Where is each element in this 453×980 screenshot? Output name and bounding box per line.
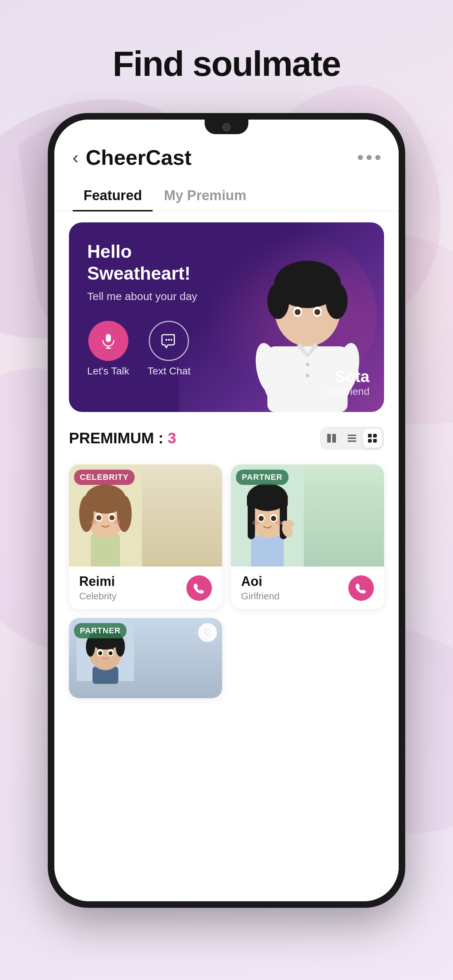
mic-button[interactable] <box>88 321 128 361</box>
talk-label: Let's Talk <box>87 365 129 377</box>
list-view-button[interactable] <box>343 429 362 448</box>
card-reimi-name: Reimi <box>79 574 117 589</box>
chat-label: Text Chat <box>147 365 190 377</box>
card-reimi-role: Celebrity <box>79 590 117 602</box>
featured-subtext: Tell me about your day <box>87 290 366 302</box>
scroll-content: HelloSweatheart! Tell me about your day <box>54 212 399 901</box>
partner-badge-aoi: PARTNER <box>236 469 289 485</box>
card-reimi-info: Reimi Celebrity <box>69 566 222 609</box>
card-partner-image: PARTNER ♡ <box>69 618 222 698</box>
more-menu-button[interactable] <box>358 155 380 160</box>
svg-point-45 <box>96 515 101 520</box>
reimi-call-button[interactable] <box>187 575 212 601</box>
svg-point-46 <box>109 515 115 520</box>
svg-point-74 <box>116 636 125 657</box>
phone-camera <box>222 123 231 131</box>
premium-header: PREMIMUM : 3 <box>69 426 384 450</box>
card-view-button[interactable] <box>322 429 341 448</box>
svg-point-73 <box>86 636 95 657</box>
dot-1 <box>358 155 363 160</box>
chat-button[interactable] <box>149 321 189 361</box>
premium-count: 3 <box>168 430 176 447</box>
svg-rect-31 <box>368 434 372 438</box>
back-button[interactable]: ‹ <box>73 147 78 167</box>
view-toggle <box>320 426 384 450</box>
card-reimi-image: CELEBRITY <box>69 465 222 566</box>
svg-point-61 <box>252 520 259 525</box>
aoi-call-button[interactable] <box>348 575 374 601</box>
card-aoi-image: PARTNER <box>231 465 384 566</box>
app-title: CheerCast <box>86 145 191 170</box>
cards-grid: CELEBRITY Reimi Celebrity <box>69 465 384 698</box>
tab-featured[interactable]: Featured <box>73 180 153 211</box>
svg-rect-26 <box>327 434 331 442</box>
svg-point-25 <box>171 339 172 341</box>
featured-card: HelloSweatheart! Tell me about your day <box>69 223 384 412</box>
svg-rect-32 <box>373 434 377 438</box>
phone-content: ‹ CheerCast Featured My Premium <box>54 119 399 901</box>
phone-inner: ‹ CheerCast Featured My Premium <box>54 119 399 901</box>
svg-rect-42 <box>85 497 126 508</box>
svg-rect-27 <box>332 434 336 442</box>
premium-title: PREMIMUM : 3 <box>69 430 176 447</box>
svg-rect-34 <box>373 439 377 442</box>
svg-point-66 <box>289 521 294 527</box>
card-reimi[interactable]: CELEBRITY Reimi Celebrity <box>69 465 222 609</box>
phone-frame: ‹ CheerCast Featured My Premium <box>48 113 405 908</box>
grid-view-button[interactable] <box>363 429 382 448</box>
tab-my-premium[interactable]: My Premium <box>153 180 257 211</box>
partner-heart-button[interactable]: ♡ <box>198 623 217 642</box>
tab-bar: Featured My Premium <box>54 180 399 212</box>
svg-rect-33 <box>368 439 372 442</box>
card-aoi-name: Aoi <box>241 574 279 589</box>
card-aoi[interactable]: PARTNER Aoi Girlfriend <box>231 465 384 609</box>
featured-content: HelloSweatheart! Tell me about your day <box>87 240 366 377</box>
dot-2 <box>367 155 372 160</box>
svg-point-47 <box>90 520 97 524</box>
svg-point-78 <box>109 651 113 655</box>
svg-point-48 <box>113 520 121 524</box>
featured-actions: Let's Talk <box>87 321 366 377</box>
svg-rect-20 <box>106 334 111 342</box>
svg-rect-50 <box>251 536 284 566</box>
svg-rect-30 <box>348 441 356 442</box>
card-aoi-info: Aoi Girlfriend <box>231 566 384 609</box>
featured-character-name: Sota Boyfriend <box>327 368 370 398</box>
svg-point-23 <box>166 339 167 341</box>
celebrity-badge: CELEBRITY <box>74 469 135 485</box>
svg-point-60 <box>271 516 276 521</box>
text-chat-action[interactable]: Text Chat <box>147 321 190 377</box>
card-reimi-details: Reimi Celebrity <box>79 574 117 602</box>
card-male-partner[interactable]: PARTNER ♡ <box>69 618 222 698</box>
svg-point-24 <box>168 339 170 341</box>
dot-3 <box>375 155 380 160</box>
svg-rect-36 <box>91 534 120 566</box>
lets-talk-action[interactable]: Let's Talk <box>87 321 129 377</box>
svg-rect-28 <box>348 434 356 436</box>
svg-point-59 <box>258 516 264 521</box>
phone-notch <box>205 119 248 134</box>
featured-greeting: HelloSweatheart! <box>87 240 366 285</box>
svg-rect-29 <box>348 438 356 439</box>
page-title: Find soulmate <box>113 44 341 84</box>
partner-badge-male: PARTNER <box>74 623 126 638</box>
card-aoi-role: Girlfriend <box>241 590 279 602</box>
svg-point-62 <box>275 520 283 525</box>
card-aoi-details: Aoi Girlfriend <box>241 574 279 602</box>
svg-point-77 <box>98 651 102 655</box>
header-left: ‹ CheerCast <box>73 145 191 170</box>
svg-rect-56 <box>247 495 288 506</box>
